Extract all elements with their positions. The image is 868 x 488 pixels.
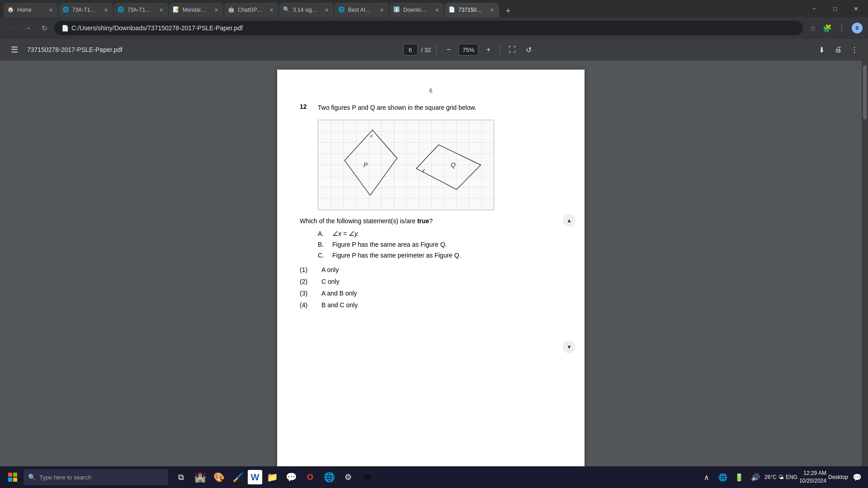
taskbar-settings-app[interactable]: ⚙ xyxy=(339,468,357,486)
search-bar[interactable]: 🔍 Type here to search xyxy=(24,469,168,485)
tab-2[interactable]: 🌐 73A-T1… ✕ xyxy=(59,3,113,17)
svg-text:P: P xyxy=(363,161,368,169)
pdf-container[interactable]: 6 12 Two figures P and Q are shown in th… xyxy=(0,61,862,466)
taskbar-paint2-app[interactable]: 🖌️ xyxy=(229,468,247,486)
taskbar-apps: ⧉ 🏰 🎨 🖌️ W 📁 💬 O 🌐 ⚙ ✉ xyxy=(172,468,376,486)
tab-2-close[interactable]: ✕ xyxy=(102,6,109,14)
question-number: 12 xyxy=(300,103,311,113)
tab-home[interactable]: 🏠 Home ✕ xyxy=(4,3,58,17)
tab-4[interactable]: 📝 Mendal… ✕ xyxy=(169,3,223,17)
tab-7[interactable]: 🌐 Best AI… ✕ xyxy=(335,3,389,17)
figures-grid: P x Q y xyxy=(318,120,494,210)
option-3-text: A and B only xyxy=(321,290,357,297)
start-button[interactable] xyxy=(4,468,22,486)
close-button[interactable]: ✕ xyxy=(845,1,866,16)
svg-text:Q: Q xyxy=(451,161,456,169)
svg-rect-27 xyxy=(13,473,17,477)
taskbar-discord-app[interactable]: 💬 xyxy=(282,468,300,486)
system-clock[interactable]: 12:29 AM 10/20/2024 xyxy=(799,469,826,485)
pdf-page-input[interactable] xyxy=(403,44,418,56)
tab-3[interactable]: 🌐 73A-T1… ✕ xyxy=(114,3,168,17)
battery-icon[interactable]: 🔋 xyxy=(732,470,746,484)
address-text: C:/Users/shiny/Downloads/737150278-2017-… xyxy=(71,24,243,32)
prompt-bold: true xyxy=(417,217,429,225)
tab-3-favicon: 🌐 xyxy=(118,6,125,14)
taskbar-files-app[interactable]: 📁 xyxy=(263,468,281,486)
option-2: (2) C only xyxy=(300,278,562,285)
bookmark-star-icon[interactable]: ☆ xyxy=(807,22,819,34)
main-area: 6 12 Two figures P and Q are shown in th… xyxy=(0,61,868,466)
tab-4-close[interactable]: ✕ xyxy=(212,6,220,14)
taskbar-task-view[interactable]: ⧉ xyxy=(172,468,190,486)
tab-6-close[interactable]: ✕ xyxy=(323,6,330,14)
tab-5-label: ChatGP… xyxy=(238,7,263,13)
scrollbar-thumb[interactable] xyxy=(863,65,867,119)
profile-avatar[interactable]: S xyxy=(852,23,863,33)
choice-a: A. ∠x = ∠y. xyxy=(318,230,562,237)
taskbar-opera-app[interactable]: O xyxy=(301,468,319,486)
zoom-out-button[interactable]: − xyxy=(442,43,455,56)
taskbar-paint-app[interactable]: 🎨 xyxy=(210,468,228,486)
tab-8-close[interactable]: ✕ xyxy=(433,6,440,14)
tab-2-label: 73A-T1… xyxy=(72,7,95,13)
tab-9-close[interactable]: ✕ xyxy=(488,6,495,14)
taskbar-castle-app[interactable]: 🏰 xyxy=(191,468,209,486)
tab-6[interactable]: 🔍 3.14 sig… ✕ xyxy=(279,3,334,17)
extension-icon[interactable]: 🧩 xyxy=(821,22,834,34)
nav-circle-up[interactable]: ▲ xyxy=(563,214,576,227)
volume-icon[interactable]: 🔊 xyxy=(748,470,763,484)
notification-icon[interactable]: 💬 xyxy=(850,470,864,484)
zoom-in-button[interactable]: + xyxy=(482,43,495,56)
pdf-annotation-icon[interactable]: ↺ xyxy=(522,43,535,56)
tab-5[interactable]: 🤖 ChatGP… ✕ xyxy=(224,3,278,17)
tab-3-label: 73A-T1… xyxy=(127,7,151,13)
more-button[interactable]: ⋮ xyxy=(835,22,848,34)
pdf-fit-page-icon[interactable]: ⛶ xyxy=(506,43,519,56)
question-12-row: 12 Two figures P and Q are shown in the … xyxy=(300,103,562,113)
tab-4-favicon: 📝 xyxy=(173,6,180,14)
network-icon[interactable]: 🌐 xyxy=(716,470,730,484)
taskbar-chrome-app[interactable]: 🌐 xyxy=(320,468,338,486)
pdf-menu-button[interactable]: ☰ xyxy=(7,42,22,57)
options-section: (1) A only (2) C only (3) A and B only (… xyxy=(300,266,562,309)
tab-5-close[interactable]: ✕ xyxy=(268,6,275,14)
pdf-divider-2 xyxy=(500,44,500,55)
pdf-more-button[interactable]: ⋮ xyxy=(848,43,861,56)
new-tab-button[interactable]: + xyxy=(502,5,514,17)
prompt-text: Which of the following statement(s) is/a… xyxy=(300,217,417,225)
taskbar-mail-app[interactable]: ✉ xyxy=(358,468,376,486)
tab-8[interactable]: ⬇️ Downlo… ✕ xyxy=(390,3,444,17)
windows-logo-icon xyxy=(8,473,17,482)
tab-4-label: Mendal… xyxy=(183,7,206,13)
taskbar-word-app[interactable]: W xyxy=(248,470,262,484)
tab-3-close[interactable]: ✕ xyxy=(157,6,165,14)
pdf-print-button[interactable]: 🖨 xyxy=(832,43,844,56)
pdf-download-button[interactable]: ⬇ xyxy=(816,43,828,56)
reload-button[interactable]: ↻ xyxy=(38,22,51,34)
system-tray: ∧ 🌐 🔋 🔊 26°C 🌤 ENG 12:29 AM 10/20/2024 D… xyxy=(699,469,864,485)
svg-marker-23 xyxy=(416,145,481,189)
forward-button[interactable]: → xyxy=(22,22,34,34)
pdf-page-controls: / 32 − 75% + ⛶ ↺ xyxy=(403,43,535,56)
tab-8-favicon: ⬇️ xyxy=(393,6,401,14)
tab-9-active[interactable]: 📄 737150… ✕ xyxy=(445,3,499,17)
pdf-zoom-value[interactable]: 75% xyxy=(458,44,478,56)
nav-circle-down[interactable]: ▼ xyxy=(563,341,576,353)
tab-7-close[interactable]: ✕ xyxy=(378,6,385,14)
back-button[interactable]: ← xyxy=(5,22,18,34)
minimize-button[interactable]: − xyxy=(804,1,825,16)
tab-home-close[interactable]: ✕ xyxy=(47,6,54,14)
lock-icon: 📄 xyxy=(61,25,69,32)
tab-5-favicon: 🤖 xyxy=(228,6,235,14)
tab-9-favicon: 📄 xyxy=(448,6,456,14)
address-input[interactable]: 📄 C:/Users/shiny/Downloads/737150278-201… xyxy=(54,21,803,35)
clock-time: 12:29 AM xyxy=(799,469,826,477)
prompt-end: ? xyxy=(429,217,433,225)
answer-choices: A. ∠x = ∠y. B. Figure P has the same are… xyxy=(318,230,562,259)
scrollbar[interactable] xyxy=(862,61,868,466)
show-hidden-icons[interactable]: ∧ xyxy=(699,470,714,484)
language-indicator: ENG xyxy=(786,474,797,480)
option-3-num: (3) xyxy=(300,290,314,297)
maximize-button[interactable]: □ xyxy=(825,1,845,16)
choice-c-text: Figure P has the same perimeter as Figur… xyxy=(332,252,461,259)
